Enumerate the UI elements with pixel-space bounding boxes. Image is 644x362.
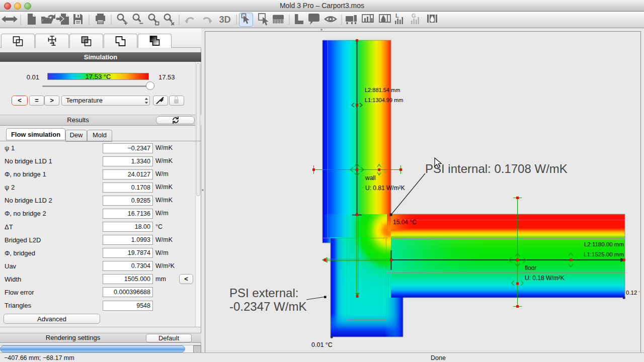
svg-text:0.12 °C: 0.12 °C xyxy=(626,290,639,296)
svg-text:L2:881.54 mm: L2:881.54 mm xyxy=(365,87,400,93)
svg-text:L: L xyxy=(395,13,399,19)
svg-text:-0.2347 W/mK: -0.2347 W/mK xyxy=(229,300,306,313)
svg-text:L2:1180.00 mm: L2:1180.00 mm xyxy=(584,241,624,247)
svg-text:G: G xyxy=(412,13,416,19)
svg-text:3D: 3D xyxy=(219,15,230,25)
svg-text:15.04 °C: 15.04 °C xyxy=(393,219,417,226)
svg-text:L1:1304.99 mm: L1:1304.99 mm xyxy=(365,97,403,103)
svg-text:U: 0.18 W/m²K: U: 0.18 W/m²K xyxy=(525,275,565,282)
svg-text:wall: wall xyxy=(365,174,376,182)
svg-text:0.01 °C: 0.01 °C xyxy=(311,341,333,348)
svg-text:U: 0.81 W/m²K: U: 0.81 W/m²K xyxy=(365,185,405,192)
svg-text:L1:1525.00 mm: L1:1525.00 mm xyxy=(584,251,624,257)
svg-text:PSI external:: PSI external: xyxy=(229,286,298,300)
svg-text:floor: floor xyxy=(525,264,536,272)
svg-text:PSI internal: 0.1708 W/mK: PSI internal: 0.1708 W/mK xyxy=(425,162,568,175)
